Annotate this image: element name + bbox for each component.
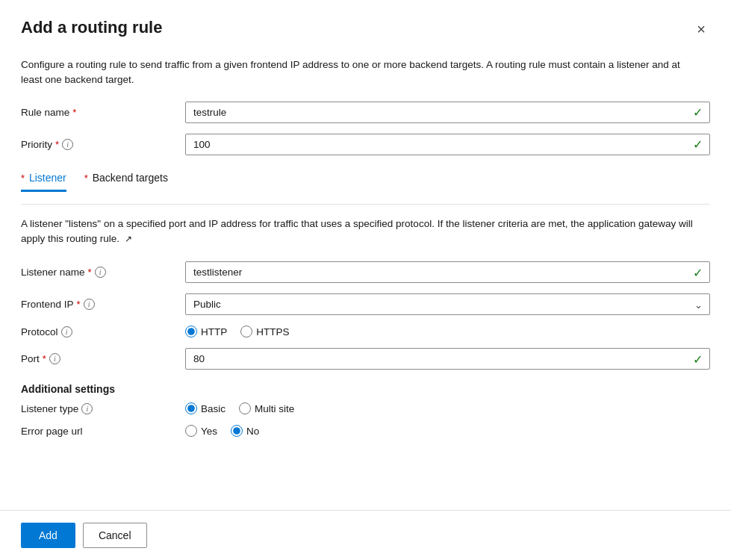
frontend-ip-info-icon[interactable]: i — [84, 299, 95, 310]
rule-name-required: * — [72, 107, 76, 118]
rule-name-label: Rule name * — [21, 107, 185, 118]
listener-type-control: Basic Multi site — [185, 402, 710, 414]
error-page-url-label: Error page url — [21, 426, 185, 437]
protocol-http-label[interactable]: HTTP — [185, 326, 227, 337]
cancel-button[interactable]: Cancel — [83, 523, 147, 548]
port-check-icon: ✓ — [693, 352, 703, 366]
error-page-url-yes-label[interactable]: Yes — [185, 425, 217, 437]
error-page-url-no-radio[interactable] — [231, 425, 243, 437]
listener-name-required: * — [88, 267, 92, 278]
priority-input[interactable] — [185, 134, 710, 155]
protocol-radio-group: HTTP HTTPS — [185, 326, 710, 337]
listener-type-row: Listener type i Basic Multi site — [21, 402, 710, 414]
listener-name-check-icon: ✓ — [693, 265, 703, 279]
dialog-header: Add a routing rule × — [0, 0, 731, 47]
port-row: Port * i ✓ — [21, 348, 710, 370]
listener-type-basic-label[interactable]: Basic — [185, 402, 225, 414]
port-input-wrapper: ✓ — [185, 348, 710, 370]
protocol-info-icon[interactable]: i — [61, 326, 72, 337]
error-page-url-yes-radio[interactable] — [185, 425, 197, 437]
protocol-control: HTTP HTTPS — [185, 326, 710, 337]
listener-name-input[interactable] — [185, 261, 710, 283]
error-page-url-no-label[interactable]: No — [231, 425, 259, 437]
listener-type-label: Listener type i — [21, 403, 185, 414]
port-input[interactable] — [185, 348, 710, 370]
dialog-footer: Add Cancel — [0, 510, 731, 560]
frontend-ip-row: Frontend IP * i Public Private ⌄ — [21, 293, 710, 315]
rule-name-input-wrapper: ✓ — [185, 102, 710, 123]
port-control: ✓ — [185, 348, 710, 370]
error-page-url-row: Error page url Yes No — [21, 425, 710, 437]
priority-input-wrapper: ✓ — [185, 134, 710, 155]
priority-required: * — [55, 139, 59, 150]
port-label: Port * i — [21, 353, 185, 364]
error-page-url-radio-group: Yes No — [185, 425, 710, 437]
priority-row: Priority * i ✓ — [21, 134, 710, 155]
protocol-row: Protocol i HTTP HTTPS — [21, 326, 710, 337]
tabs-row: * Listener * Backend targets — [21, 166, 710, 192]
rule-name-control: ✓ — [185, 102, 710, 123]
protocol-https-radio[interactable] — [240, 326, 252, 337]
listener-name-info-icon[interactable]: i — [95, 267, 106, 278]
listener-name-control: ✓ — [185, 261, 710, 283]
close-button[interactable]: × — [692, 19, 710, 40]
listener-type-basic-radio[interactable] — [185, 402, 197, 414]
frontend-ip-control: Public Private ⌄ — [185, 293, 710, 315]
dialog-title: Add a routing rule — [21, 18, 162, 37]
rule-name-row: Rule name * ✓ — [21, 102, 710, 123]
dialog-body: Configure a routing rule to send traffic… — [0, 47, 731, 510]
external-link-icon: ↗ — [125, 232, 132, 246]
frontend-ip-label: Frontend IP * i — [21, 299, 185, 310]
protocol-label: Protocol i — [21, 326, 185, 337]
listener-name-input-wrapper: ✓ — [185, 261, 710, 283]
protocol-http-radio[interactable] — [185, 326, 197, 337]
listener-name-label: Listener name * i — [21, 267, 185, 278]
priority-info-icon[interactable]: i — [62, 139, 73, 150]
tab-listener[interactable]: * Listener — [21, 166, 66, 192]
additional-settings-label: Additional settings — [21, 383, 710, 395]
add-button[interactable]: Add — [21, 523, 75, 548]
listener-type-multisite-radio[interactable] — [239, 402, 251, 414]
dialog-description: Configure a routing rule to send traffic… — [21, 57, 693, 88]
port-required: * — [43, 353, 46, 364]
listener-type-radio-group: Basic Multi site — [185, 402, 710, 414]
frontend-ip-select[interactable]: Public Private — [185, 293, 710, 315]
rule-name-input[interactable] — [185, 102, 710, 123]
tab-backend-targets[interactable]: * Backend targets — [84, 166, 168, 192]
error-page-url-control: Yes No — [185, 425, 710, 437]
port-info-icon[interactable]: i — [49, 353, 60, 364]
priority-label: Priority * i — [21, 139, 185, 150]
priority-check-icon: ✓ — [693, 137, 703, 152]
listener-type-multisite-label[interactable]: Multi site — [239, 402, 294, 414]
section-divider — [21, 204, 710, 205]
listener-name-row: Listener name * i ✓ — [21, 261, 710, 283]
listener-description: A listener "listens" on a specified port… — [21, 217, 693, 247]
rule-name-check-icon: ✓ — [693, 105, 703, 119]
frontend-ip-select-wrapper: Public Private ⌄ — [185, 293, 710, 315]
priority-control: ✓ — [185, 134, 710, 155]
add-routing-rule-dialog: Add a routing rule × Configure a routing… — [0, 0, 731, 560]
listener-type-info-icon[interactable]: i — [81, 403, 93, 414]
protocol-https-label[interactable]: HTTPS — [240, 326, 289, 337]
frontend-ip-required: * — [77, 299, 81, 310]
